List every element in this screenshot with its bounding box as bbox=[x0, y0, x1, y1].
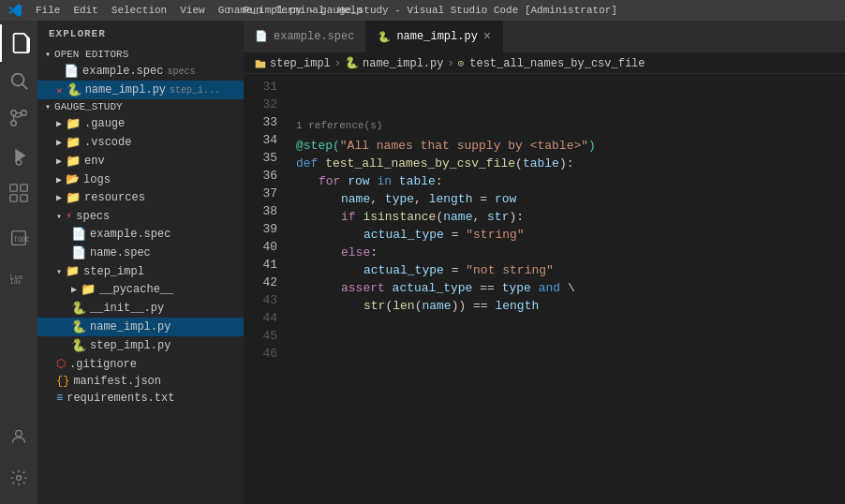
folder-pycache[interactable]: ▶ 📁 __pycache__ bbox=[37, 280, 244, 299]
activity-todo[interactable]: TODO bbox=[0, 219, 37, 257]
line-num-38: 38 bbox=[244, 202, 277, 220]
breadcrumb-py-icon: 🐍 bbox=[345, 56, 359, 70]
gauge-study-label: GAUGE_STUDY bbox=[54, 101, 123, 112]
tab-example-spec[interactable]: 📄 example.spec bbox=[244, 21, 366, 52]
folder-vscode[interactable]: ▶ 📁 .vscode bbox=[37, 133, 244, 152]
file-step-impl-py[interactable]: 🐍 step_impl.py bbox=[37, 336, 244, 355]
file-manifest-json[interactable]: {} manifest.json bbox=[37, 373, 244, 390]
folder-gauge[interactable]: ▶ 📁 .gauge bbox=[37, 114, 244, 133]
menu-file[interactable]: File bbox=[30, 5, 66, 16]
breadcrumb-name-impl[interactable]: 🐍 name_impl.py bbox=[345, 56, 443, 70]
code-line-45 bbox=[289, 350, 845, 368]
svg-rect-8 bbox=[21, 185, 27, 191]
code-line-37: if isinstance(name, str): bbox=[289, 208, 845, 226]
folder-icon: 📁 bbox=[66, 154, 81, 169]
activity-run-debug[interactable] bbox=[0, 137, 37, 174]
open-editor-example-spec[interactable]: 📄 example.spec specs bbox=[37, 62, 244, 81]
folder-vscode-name: .vscode bbox=[84, 136, 131, 149]
open-editors-section[interactable]: ▾ OPEN EDITORS bbox=[37, 47, 244, 62]
folder-resources-chevron: ▶ bbox=[56, 192, 62, 203]
activity-settings[interactable] bbox=[0, 459, 37, 497]
line-num-41: 41 bbox=[244, 256, 277, 274]
breadcrumb-sep-2: › bbox=[447, 57, 453, 70]
main-layout: TODO Lua Ide bbox=[0, 21, 845, 504]
extensions-icon bbox=[8, 183, 29, 203]
line-num-45: 45 bbox=[244, 327, 277, 345]
breadcrumb-sep-1: › bbox=[334, 57, 341, 70]
breadcrumb-function[interactable]: ⊙ test_all_names_by_csv_file bbox=[458, 57, 645, 70]
svg-point-2 bbox=[11, 111, 17, 116]
line-num-39: 39 bbox=[244, 220, 277, 238]
svg-rect-9 bbox=[10, 195, 17, 201]
folder-specs[interactable]: ▾ ⚡ specs bbox=[37, 207, 244, 225]
folder-gauge-name: .gauge bbox=[84, 117, 125, 130]
file-init-py[interactable]: 🐍 __init__.py bbox=[37, 299, 244, 318]
breadcrumb-name-impl-label: name_impl.py bbox=[363, 57, 443, 70]
activity-accounts[interactable] bbox=[0, 418, 37, 455]
activity-source-control[interactable] bbox=[0, 99, 37, 137]
folder-pycache-name: __pycache__ bbox=[99, 283, 173, 296]
code-content[interactable]: 1 reference(s) @step("All names that sup… bbox=[289, 74, 845, 504]
folder-env[interactable]: ▶ 📁 env bbox=[37, 152, 244, 170]
file-requirements-txt[interactable]: ≡ requirements.txt bbox=[37, 390, 244, 407]
folder-step-impl-chevron: ▾ bbox=[56, 266, 62, 277]
file-name-spec-name: name.spec bbox=[90, 246, 151, 259]
svg-point-15 bbox=[16, 430, 22, 437]
py-icon: 🐍 bbox=[67, 82, 82, 97]
vscode-logo-icon bbox=[7, 3, 22, 18]
code-editor[interactable]: 31 32 33 34 35 36 37 38 39 40 41 42 43 4… bbox=[244, 74, 845, 504]
activity-explorer[interactable] bbox=[0, 24, 37, 62]
line-num-33: 33 bbox=[244, 113, 277, 131]
file-gitignore[interactable]: ⬡ .gitignore bbox=[37, 355, 244, 373]
json-icon: {} bbox=[56, 375, 69, 388]
tab-name-impl-py-label: name_impl.py bbox=[396, 30, 477, 43]
line-num-40: 40 bbox=[244, 238, 277, 256]
file-name-impl-py[interactable]: 🐍 name_impl.py bbox=[37, 318, 244, 336]
tab-close-button[interactable]: × bbox=[483, 30, 491, 43]
explorer-icon bbox=[9, 33, 30, 53]
file-requirements-txt-name: requirements.txt bbox=[67, 392, 174, 405]
sidebar-header: EXPLORER bbox=[37, 21, 244, 47]
breadcrumb-step-impl[interactable]: step_impl bbox=[255, 57, 331, 70]
folder-logs-icon: 📂 bbox=[66, 172, 80, 186]
folder-vscode-chevron: ▶ bbox=[56, 137, 62, 148]
gauge-study-chevron: ▾ bbox=[45, 101, 51, 112]
file-manifest-json-name: manifest.json bbox=[73, 375, 161, 388]
activity-extensions[interactable] bbox=[0, 174, 37, 212]
breadcrumb-step-impl-label: step_impl bbox=[270, 57, 331, 70]
open-editor-example-spec-name: example.spec bbox=[82, 65, 163, 78]
code-line-33: @step("All names that supply by <table>"… bbox=[289, 137, 845, 155]
folder-resources[interactable]: ▶ 📁 resources bbox=[37, 188, 244, 207]
file-init-py-name: __init__.py bbox=[90, 302, 164, 315]
menu-view[interactable]: View bbox=[174, 5, 210, 16]
folder-logs[interactable]: ▶ 📂 logs bbox=[37, 170, 244, 188]
menu-edit[interactable]: Edit bbox=[67, 5, 103, 16]
gauge-study-section[interactable]: ▾ GAUGE_STUDY bbox=[37, 99, 244, 114]
menu-selection[interactable]: Selection bbox=[106, 5, 172, 16]
close-icon[interactable]: ✕ bbox=[56, 84, 63, 96]
line-num-42: 42 bbox=[244, 274, 277, 291]
editor-area: 📄 example.spec 🐍 name_impl.py × step_imp… bbox=[244, 21, 845, 504]
folder-step-impl[interactable]: ▾ 📁 step_impl bbox=[37, 262, 244, 280]
line-num-46: 46 bbox=[244, 345, 277, 363]
code-line-46 bbox=[289, 368, 845, 386]
lua-icon: Lua Ide bbox=[8, 265, 29, 286]
activity-lua-ide[interactable]: Lua Ide bbox=[0, 257, 37, 294]
folder-icon: 📁 bbox=[66, 190, 81, 205]
folder-logs-chevron: ▶ bbox=[56, 174, 62, 185]
svg-point-16 bbox=[17, 476, 22, 481]
code-line-43 bbox=[289, 315, 845, 333]
line-num-35: 35 bbox=[244, 149, 277, 167]
file-example-spec[interactable]: 📄 example.spec bbox=[37, 225, 244, 244]
accounts-icon bbox=[9, 427, 28, 446]
file-name-spec[interactable]: 📄 name.spec bbox=[37, 244, 244, 262]
run-debug-icon bbox=[8, 145, 29, 166]
activity-search[interactable] bbox=[0, 62, 37, 99]
code-line-35: for row in table: bbox=[289, 172, 845, 190]
tab-file-icon: 📄 bbox=[255, 30, 268, 42]
file-step-impl-py-name: step_impl.py bbox=[90, 339, 170, 352]
tab-name-impl-py[interactable]: 🐍 name_impl.py × bbox=[366, 21, 503, 52]
line-num-32: 32 bbox=[244, 96, 277, 113]
code-line-31 bbox=[289, 78, 845, 96]
open-editor-name-impl[interactable]: ✕ 🐍 name_impl.py step_i... bbox=[37, 81, 244, 99]
